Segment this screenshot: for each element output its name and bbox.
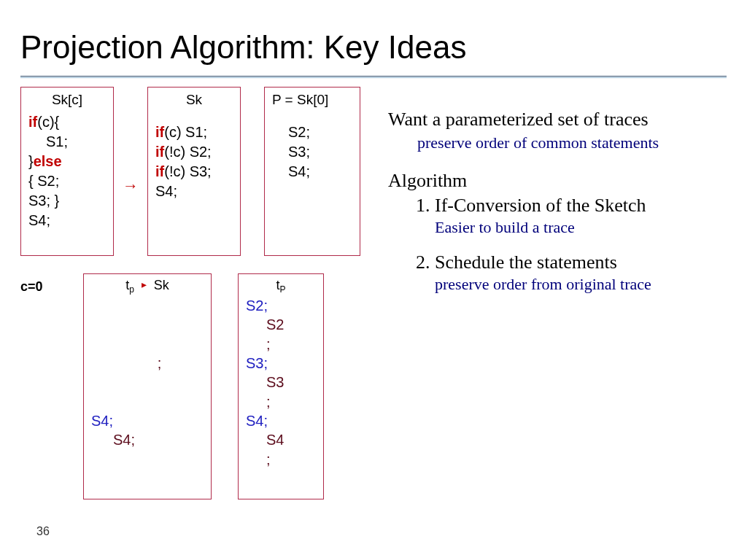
codebox-p: P = Sk[0] S2; S3; S4; <box>264 87 360 256</box>
algorithm-list: If-Conversion of the Sketch Easier to bu… <box>388 195 727 294</box>
list-subtext: Easier to build a trace <box>435 218 727 237</box>
trace-line: ; <box>246 392 316 411</box>
c-equals-label: c=0 <box>20 273 57 295</box>
code-line: S4; <box>28 211 106 230</box>
right-column: Want a parameterized set of traces prese… <box>388 87 727 499</box>
list-item: If-Conversion of the Sketch Easier to bu… <box>435 195 727 237</box>
arrow-icon: → <box>121 176 140 195</box>
code-line: }else <box>28 152 106 171</box>
trace-line: S2; <box>246 296 316 315</box>
trace-line: S4; <box>91 430 204 449</box>
subtext: preserve order of common statements <box>388 133 727 152</box>
code-line: if(c){ <box>28 112 106 132</box>
trace-line: ; <box>246 450 316 469</box>
trace-line: S4; <box>91 411 204 430</box>
code-line: S3; <box>272 142 352 162</box>
code-boxes-row: Sk[c] if(c){ S1; }else { S2; S3; } S4; →… <box>20 87 371 256</box>
slide-number: 36 <box>36 525 50 538</box>
codebox-sk-c: Sk[c] if(c){ S1; }else { S2; S3; } S4; <box>20 87 114 256</box>
trace-line: S4 <box>246 430 316 449</box>
trace-line: S1; <box>91 296 204 315</box>
slide: Projection Algorithm: Key Ideas Sk[c] if… <box>0 0 747 560</box>
heading-algorithm: Algorithm <box>388 170 727 192</box>
code-line: { S2; <box>28 171 106 191</box>
trace-line: ) S2; <box>91 354 204 373</box>
title-rule <box>20 76 727 78</box>
trace-header: tp ▸ Sk <box>91 277 204 295</box>
columns: Sk[c] if(c){ S1; }else { S2; S3; } S4; →… <box>20 87 727 499</box>
trace-line: S3 <box>246 373 316 392</box>
lower-row: c=0 tp ▸ Sk S1; ) S2; S1; ) S2; ) S3; ) … <box>20 273 371 499</box>
code-line: if(!c) S2; <box>155 142 233 162</box>
left-column: Sk[c] if(c){ S1; }else { S2; S3; } S4; →… <box>20 87 371 499</box>
code-line: S4; <box>272 162 352 182</box>
code-line: if(c) S1; <box>155 122 233 142</box>
code-line: if(!c) S3; <box>155 162 233 182</box>
triangle-icon: ▸ <box>142 279 147 290</box>
box-label: Sk <box>155 90 233 109</box>
box-label: Sk[c] <box>28 90 106 109</box>
trace-line: ; <box>246 335 316 354</box>
codebox-sk: Sk if(c) S1; if(!c) S2; if(!c) S3; S4; <box>147 87 241 256</box>
slide-title: Projection Algorithm: Key Ideas <box>20 29 727 66</box>
trace-line: S1; <box>91 335 204 354</box>
trace-line: ) S2; <box>91 315 204 334</box>
trace-line: ) S3; <box>91 392 204 411</box>
box-label: P = Sk[0] <box>272 90 352 109</box>
list-item: Schedule the statements preserve order f… <box>435 252 727 294</box>
tracebox-tp-sk: tp ▸ Sk S1; ) S2; S1; ) S2; ) S3; ) S3; … <box>83 273 212 499</box>
code-line: S1; <box>28 132 106 152</box>
list-subtext: preserve order from original trace <box>435 275 727 294</box>
trace-line: S3; <box>246 354 316 373</box>
heading-want: Want a parameterized set of traces <box>388 109 727 131</box>
trace-header: tP <box>246 277 316 295</box>
code-line: S4; <box>155 182 233 201</box>
trace-line: S4; <box>246 411 316 430</box>
trace-line: ) S3; <box>91 373 204 392</box>
trace-line: S2 <box>246 315 316 334</box>
code-line: S2; <box>272 122 352 142</box>
tracebox-tp: tP S2; S2 ; S3; S3 ; S4; S4 ; <box>238 273 324 499</box>
code-line: S3; } <box>28 191 106 211</box>
